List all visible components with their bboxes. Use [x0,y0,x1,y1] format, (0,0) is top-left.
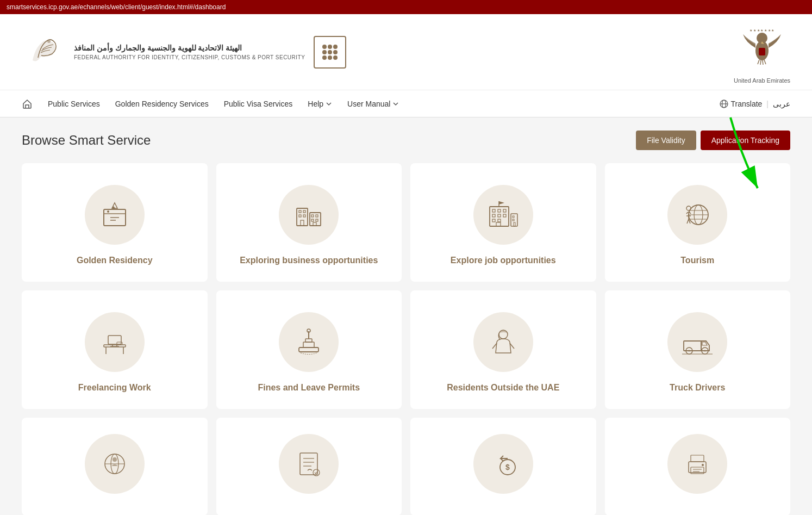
nav-left: Browse Smart Service Public Services Gol… [22,98,719,109]
printer-icon [681,448,714,480]
svg-rect-92 [691,455,704,462]
service-label-truck: Truck Drivers [670,383,725,393]
svg-point-53 [686,206,691,210]
svg-rect-66 [299,348,318,352]
nav-right: Translate | عربى [719,99,790,109]
svg-point-6 [328,50,332,54]
page-title: Browse Smart Service [22,133,151,148]
svg-text:★ ★ ★ ★ ★ ★ ★: ★ ★ ★ ★ ★ ★ ★ [750,29,774,32]
svg-point-83 [113,457,117,462]
svg-rect-28 [311,215,314,217]
nav-help[interactable]: Help [308,100,332,108]
logo-bird-icon [22,30,65,74]
service-icon-circle [667,312,727,372]
navigation: Browse Smart Service Public Services Gol… [0,90,812,117]
service-card-10[interactable] [216,418,402,515]
svg-line-55 [687,219,689,224]
svg-point-1 [47,40,51,43]
svg-rect-38 [498,214,501,217]
service-label-golden-residency: Golden Residency [77,256,153,265]
svg-point-9 [328,55,332,60]
service-card-fines[interactable]: Fines and Leave Permits [216,290,402,409]
uae-eagle-icon: ★ ★ ★ ★ ★ ★ ★ [740,21,784,75]
service-card-freelancing[interactable]: Freelancing Work [22,290,208,409]
translate-button[interactable]: Translate [719,99,763,109]
service-card-truck[interactable]: Truck Drivers [605,290,791,409]
svg-rect-29 [316,215,318,217]
svg-point-2 [322,45,327,49]
svg-point-5 [322,50,327,54]
svg-rect-61 [108,336,121,344]
service-label-tourism: Tourism [680,256,714,265]
svg-rect-68 [305,339,312,342]
service-icon-circle [473,312,533,372]
service-card-9[interactable] [22,418,208,515]
service-card-11[interactable]: $ [410,418,596,515]
svg-point-8 [322,55,327,60]
document-sign-icon [292,448,325,480]
money-return-icon: $ [487,448,520,480]
uae-label-text: United Arab Emirates [734,77,790,84]
svg-rect-23 [303,210,305,213]
service-label-explore-job: Explore job opportunities [451,256,556,265]
service-icon-circle [473,185,533,245]
nav-public-visa[interactable]: Public Visa Services [224,100,293,108]
file-validity-button[interactable]: File Validity [636,131,696,150]
service-card-tourism[interactable]: Tourism [605,163,791,282]
service-card-explore-job[interactable]: Explore job opportunities [410,163,596,282]
service-grid-row3: $ [22,418,790,515]
service-icon-circle [85,434,145,494]
svg-point-3 [328,45,332,49]
logo-english-text: FEDERAL AUTHORITY FOR IDENTITY, CITIZENS… [74,54,305,60]
svg-rect-42 [496,222,501,226]
service-grid-row1: Golden Residency [22,163,790,282]
header: الهيئة الاتحادية للهوية والجنسية والجمار… [0,14,812,90]
svg-rect-46 [513,219,514,221]
svg-rect-67 [303,342,314,348]
exploring-business-icon [292,198,325,231]
svg-text:$: $ [505,463,510,471]
application-tracking-button[interactable]: Application Tracking [701,131,790,150]
svg-rect-30 [311,219,314,221]
tourism-icon [681,198,714,231]
svg-point-7 [333,50,338,54]
svg-rect-34 [492,209,495,212]
dots-logo [314,36,346,69]
svg-point-78 [704,350,706,352]
svg-rect-39 [503,214,506,217]
nav-golden-residency[interactable]: Golden Residency Services [115,100,209,108]
service-card-exploring-business[interactable]: Exploring business opportunities [216,163,402,282]
service-grid-row2: Freelancing Work Fines and Leave Permits [22,290,790,409]
svg-point-20 [107,210,109,213]
nav-user-manual[interactable]: User Manual [347,100,399,108]
home-icon [22,98,33,109]
nav-public-services[interactable]: Browse Smart Service Public Services [48,100,100,108]
arabic-button[interactable]: عربى [773,100,790,108]
service-card-residents[interactable]: Residents Outside the UAE [410,290,596,409]
service-icon-circle [279,312,339,372]
globe-person-icon [98,448,131,480]
nav-home[interactable] [22,98,33,109]
service-card-12[interactable] [605,418,791,515]
browse-header: Browse Smart Service File Validity Appli… [22,131,790,150]
url-text: smartservices.icp.gov.ae/echannels/web/c… [7,3,226,11]
service-icon-circle [667,434,727,494]
main-content: Browse Smart Service File Validity Appli… [0,117,812,515]
service-card-golden-residency[interactable]: Golden Residency [22,163,208,282]
svg-rect-37 [492,214,495,217]
svg-rect-31 [316,219,318,221]
service-icon-circle [85,185,145,245]
svg-rect-26 [301,220,304,226]
fines-icon [292,326,325,358]
freelancing-icon [98,326,131,358]
golden-residency-icon [98,198,131,231]
service-icon-circle [279,185,339,245]
svg-point-10 [333,55,338,60]
service-icon-circle: $ [473,434,533,494]
chevron-down-icon-2 [392,101,399,107]
svg-rect-41 [498,219,501,222]
chevron-down-icon [326,101,332,107]
svg-point-4 [333,45,338,49]
residents-icon [487,326,520,358]
header-logo: الهيئة الاتحادية للهوية والجنسية والجمار… [22,30,346,74]
